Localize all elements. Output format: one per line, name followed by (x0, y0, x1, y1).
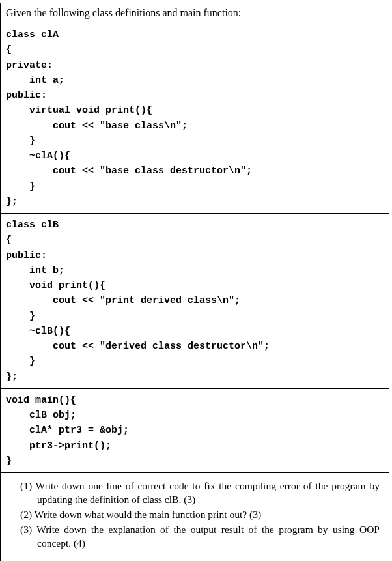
intro-line: Given the following class definitions an… (6, 7, 241, 18)
question-container: Given the following class definitions an… (0, 3, 389, 561)
code-block-class-b: class clB { public: int b; void print(){… (0, 213, 389, 388)
question-2: (2) Write down what would the main funct… (10, 508, 380, 522)
intro-text: Given the following class definitions an… (0, 3, 389, 23)
code-block-class-a: class clA { private: int a; public: virt… (0, 23, 389, 213)
question-3: (3) Write down the explanation of the ou… (10, 523, 380, 551)
code-block-main: void main(){ clB obj; clA* ptr3 = &obj; … (0, 388, 389, 472)
question-list: (1) Write down one line of correct code … (0, 472, 389, 561)
question-1: (1) Write down one line of correct code … (10, 480, 380, 507)
